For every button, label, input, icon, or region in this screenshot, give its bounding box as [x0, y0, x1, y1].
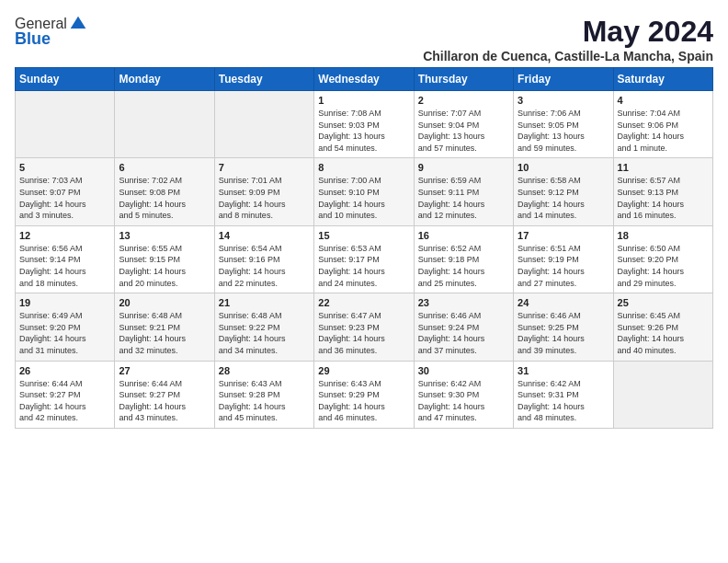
- day-info: Sunrise: 6:42 AM Sunset: 9:31 PM Dayligh…: [518, 378, 609, 424]
- day-number: 18: [618, 230, 709, 241]
- day-cell: 4Sunrise: 7:04 AM Sunset: 9:06 PM Daylig…: [613, 91, 712, 158]
- day-cell: 25Sunrise: 6:45 AM Sunset: 9:26 PM Dayli…: [613, 293, 712, 361]
- day-cell: 14Sunrise: 6:54 AM Sunset: 9:16 PM Dayli…: [214, 225, 313, 293]
- location-title: Chillaron de Cuenca, Castille-La Mancha,…: [423, 49, 713, 63]
- day-number: 27: [119, 365, 210, 376]
- title-block: May 2024 Chillaron de Cuenca, Castille-L…: [423, 15, 713, 63]
- day-info: Sunrise: 7:06 AM Sunset: 9:05 PM Dayligh…: [518, 108, 609, 154]
- week-row-4: 19Sunrise: 6:49 AM Sunset: 9:20 PM Dayli…: [16, 293, 713, 361]
- day-cell: 19Sunrise: 6:49 AM Sunset: 9:20 PM Dayli…: [16, 293, 115, 361]
- day-number: 2: [418, 95, 509, 106]
- day-info: Sunrise: 7:00 AM Sunset: 9:10 PM Dayligh…: [318, 175, 409, 221]
- day-cell: 13Sunrise: 6:55 AM Sunset: 9:15 PM Dayli…: [115, 225, 214, 293]
- week-row-3: 12Sunrise: 6:56 AM Sunset: 9:14 PM Dayli…: [16, 225, 713, 293]
- day-info: Sunrise: 6:43 AM Sunset: 9:28 PM Dayligh…: [219, 378, 310, 424]
- day-info: Sunrise: 6:57 AM Sunset: 9:13 PM Dayligh…: [618, 175, 709, 221]
- day-cell: 11Sunrise: 6:57 AM Sunset: 9:13 PM Dayli…: [613, 158, 712, 225]
- day-cell: [16, 91, 115, 158]
- column-header-monday: Monday: [115, 68, 214, 91]
- day-info: Sunrise: 7:07 AM Sunset: 9:04 PM Dayligh…: [418, 108, 509, 154]
- day-cell: 9Sunrise: 6:59 AM Sunset: 9:11 PM Daylig…: [414, 158, 513, 225]
- column-header-tuesday: Tuesday: [214, 68, 313, 91]
- day-number: 12: [19, 230, 110, 241]
- day-number: 11: [618, 162, 709, 173]
- day-info: Sunrise: 6:56 AM Sunset: 9:14 PM Dayligh…: [19, 243, 110, 289]
- day-number: 4: [618, 95, 709, 106]
- day-info: Sunrise: 7:08 AM Sunset: 9:03 PM Dayligh…: [318, 108, 409, 154]
- logo: General Blue: [15, 15, 87, 49]
- day-number: 21: [219, 297, 310, 308]
- week-row-5: 26Sunrise: 6:44 AM Sunset: 9:27 PM Dayli…: [16, 361, 713, 428]
- day-cell: 3Sunrise: 7:06 AM Sunset: 9:05 PM Daylig…: [514, 91, 613, 158]
- day-number: 9: [418, 162, 509, 173]
- day-info: Sunrise: 6:48 AM Sunset: 9:21 PM Dayligh…: [119, 310, 210, 356]
- column-header-friday: Friday: [514, 68, 613, 91]
- day-cell: 12Sunrise: 6:56 AM Sunset: 9:14 PM Dayli…: [16, 225, 115, 293]
- day-number: 15: [318, 230, 409, 241]
- day-cell: 30Sunrise: 6:42 AM Sunset: 9:30 PM Dayli…: [414, 361, 513, 428]
- day-cell: 22Sunrise: 6:47 AM Sunset: 9:23 PM Dayli…: [314, 293, 414, 361]
- day-cell: 24Sunrise: 6:46 AM Sunset: 9:25 PM Dayli…: [514, 293, 613, 361]
- day-number: 8: [318, 162, 409, 173]
- column-header-sunday: Sunday: [16, 68, 115, 91]
- day-number: 14: [219, 230, 310, 241]
- day-cell: 28Sunrise: 6:43 AM Sunset: 9:28 PM Dayli…: [214, 361, 313, 428]
- day-cell: 31Sunrise: 6:42 AM Sunset: 9:31 PM Dayli…: [514, 361, 613, 428]
- day-number: 22: [318, 297, 409, 308]
- day-cell: 17Sunrise: 6:51 AM Sunset: 9:19 PM Dayli…: [514, 225, 613, 293]
- day-info: Sunrise: 6:59 AM Sunset: 9:11 PM Dayligh…: [418, 175, 509, 221]
- header-row: SundayMondayTuesdayWednesdayThursdayFrid…: [16, 68, 713, 91]
- day-cell: [115, 91, 214, 158]
- day-cell: 18Sunrise: 6:50 AM Sunset: 9:20 PM Dayli…: [613, 225, 712, 293]
- day-info: Sunrise: 6:55 AM Sunset: 9:15 PM Dayligh…: [119, 243, 210, 289]
- day-cell: [613, 361, 712, 428]
- day-number: 29: [318, 365, 409, 376]
- day-info: Sunrise: 7:04 AM Sunset: 9:06 PM Dayligh…: [618, 108, 709, 154]
- day-cell: 23Sunrise: 6:46 AM Sunset: 9:24 PM Dayli…: [414, 293, 513, 361]
- day-info: Sunrise: 6:48 AM Sunset: 9:22 PM Dayligh…: [219, 310, 310, 356]
- day-info: Sunrise: 6:53 AM Sunset: 9:17 PM Dayligh…: [318, 243, 409, 289]
- day-cell: 27Sunrise: 6:44 AM Sunset: 9:27 PM Dayli…: [115, 361, 214, 428]
- svg-marker-0: [71, 17, 86, 29]
- day-info: Sunrise: 7:01 AM Sunset: 9:09 PM Dayligh…: [219, 175, 310, 221]
- calendar-table: SundayMondayTuesdayWednesdayThursdayFrid…: [15, 67, 713, 429]
- day-cell: 26Sunrise: 6:44 AM Sunset: 9:27 PM Dayli…: [16, 361, 115, 428]
- day-info: Sunrise: 6:43 AM Sunset: 9:29 PM Dayligh…: [318, 378, 409, 424]
- day-number: 23: [418, 297, 509, 308]
- column-header-wednesday: Wednesday: [314, 68, 414, 91]
- day-number: 5: [19, 162, 110, 173]
- day-cell: 15Sunrise: 6:53 AM Sunset: 9:17 PM Dayli…: [314, 225, 414, 293]
- day-info: Sunrise: 6:46 AM Sunset: 9:25 PM Dayligh…: [518, 310, 609, 356]
- day-cell: 10Sunrise: 6:58 AM Sunset: 9:12 PM Dayli…: [514, 158, 613, 225]
- day-cell: 2Sunrise: 7:07 AM Sunset: 9:04 PM Daylig…: [414, 91, 513, 158]
- day-info: Sunrise: 7:02 AM Sunset: 9:08 PM Dayligh…: [119, 175, 210, 221]
- day-cell: 16Sunrise: 6:52 AM Sunset: 9:18 PM Dayli…: [414, 225, 513, 293]
- day-info: Sunrise: 6:51 AM Sunset: 9:19 PM Dayligh…: [518, 243, 609, 289]
- day-number: 24: [518, 297, 609, 308]
- day-info: Sunrise: 6:44 AM Sunset: 9:27 PM Dayligh…: [19, 378, 110, 424]
- day-number: 10: [518, 162, 609, 173]
- day-number: 13: [119, 230, 210, 241]
- day-info: Sunrise: 6:54 AM Sunset: 9:16 PM Dayligh…: [219, 243, 310, 289]
- day-number: 16: [418, 230, 509, 241]
- column-header-saturday: Saturday: [613, 68, 712, 91]
- day-info: Sunrise: 6:47 AM Sunset: 9:23 PM Dayligh…: [318, 310, 409, 356]
- day-info: Sunrise: 6:42 AM Sunset: 9:30 PM Dayligh…: [418, 378, 509, 424]
- day-cell: 20Sunrise: 6:48 AM Sunset: 9:21 PM Dayli…: [115, 293, 214, 361]
- month-title: May 2024: [423, 15, 713, 49]
- day-number: 19: [19, 297, 110, 308]
- day-number: 3: [518, 95, 609, 106]
- day-cell: 8Sunrise: 7:00 AM Sunset: 9:10 PM Daylig…: [314, 158, 414, 225]
- day-cell: 5Sunrise: 7:03 AM Sunset: 9:07 PM Daylig…: [16, 158, 115, 225]
- day-cell: [214, 91, 313, 158]
- day-number: 30: [418, 365, 509, 376]
- day-cell: 6Sunrise: 7:02 AM Sunset: 9:08 PM Daylig…: [115, 158, 214, 225]
- page-header: General Blue May 2024 Chillaron de Cuenc…: [15, 15, 713, 63]
- day-info: Sunrise: 7:03 AM Sunset: 9:07 PM Dayligh…: [19, 175, 110, 221]
- day-number: 28: [219, 365, 310, 376]
- day-number: 6: [119, 162, 210, 173]
- day-info: Sunrise: 6:44 AM Sunset: 9:27 PM Dayligh…: [119, 378, 210, 424]
- day-info: Sunrise: 6:45 AM Sunset: 9:26 PM Dayligh…: [618, 310, 709, 356]
- day-number: 26: [19, 365, 110, 376]
- week-row-1: 1Sunrise: 7:08 AM Sunset: 9:03 PM Daylig…: [16, 91, 713, 158]
